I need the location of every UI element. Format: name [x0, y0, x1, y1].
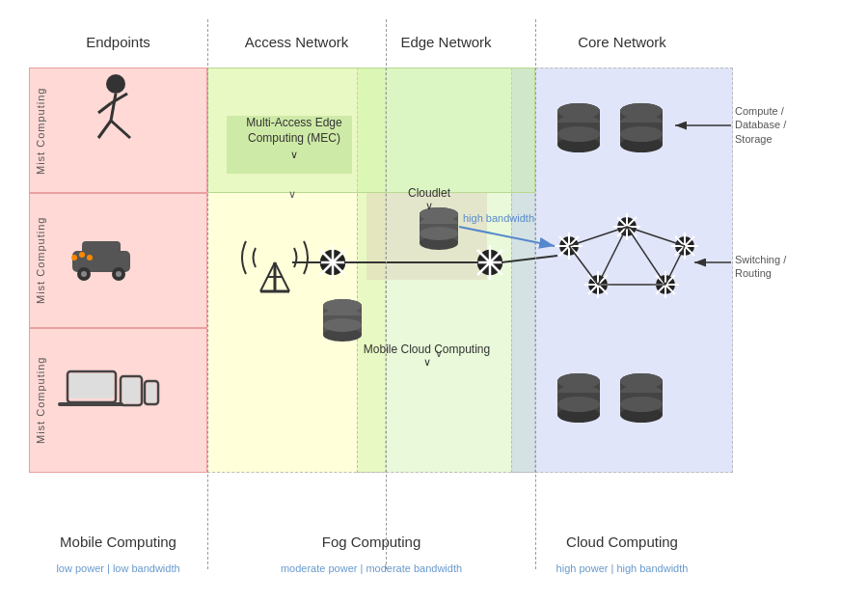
- fog-sub-label: moderate power | moderate bandwidth: [207, 562, 535, 574]
- mist-label-top: Mist Computing: [35, 85, 46, 177]
- row-mid-endpoints: [29, 193, 207, 328]
- cloudlet-label: Cloudlet ∨: [391, 186, 468, 212]
- cloud-computing-label: Cloud Computing: [511, 534, 733, 550]
- divider-3: [535, 19, 536, 569]
- row-bot-endpoints: [29, 328, 207, 473]
- mobile-sub-label: low power | low bandwidth: [29, 562, 207, 574]
- core-network-bg: [511, 68, 733, 473]
- mobile-computing-label: Mobile Computing: [29, 534, 207, 550]
- fog-computing-label: Fog Computing: [207, 534, 535, 550]
- compute-label: Compute /Database /Storage: [735, 104, 786, 146]
- mcc-label: Mobile Cloud Computing ∨: [362, 343, 492, 369]
- switching-label: Switching /Routing: [735, 253, 786, 281]
- mec-label: Multi-Access Edge Computing (MEC) ∨: [227, 116, 362, 161]
- divider-1: [207, 19, 208, 569]
- header-endpoints: Endpoints: [29, 34, 207, 50]
- mist-label-mid: Mist Computing: [35, 207, 46, 314]
- row-top-endpoints: [29, 68, 207, 193]
- cloud-sub-label: high power | high bandwidth: [511, 562, 733, 574]
- high-bandwidth-label: high bandwidth: [463, 212, 534, 224]
- header-edge-network: Edge Network: [357, 34, 535, 50]
- divider-2: [386, 19, 387, 569]
- diagram-container: Endpoints Access Network Edge Network Co…: [0, 0, 868, 603]
- header-core-network: Core Network: [511, 34, 733, 50]
- mist-label-bot: Mist Computing: [35, 343, 46, 458]
